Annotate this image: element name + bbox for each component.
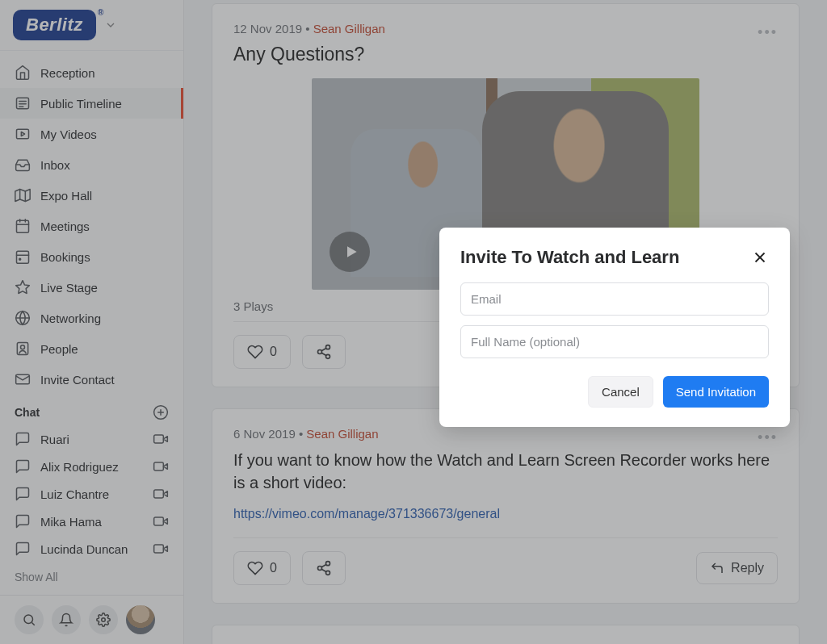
send-invitation-button[interactable]: Send Invitation bbox=[663, 376, 769, 408]
cancel-button[interactable]: Cancel bbox=[588, 376, 653, 408]
fullname-field[interactable] bbox=[460, 325, 769, 358]
invite-modal: Invite To Watch and Learn Cancel Send In… bbox=[439, 228, 790, 427]
modal-title: Invite To Watch and Learn bbox=[460, 247, 679, 268]
modal-overlay[interactable]: Invite To Watch and Learn Cancel Send In… bbox=[0, 0, 827, 644]
email-field[interactable] bbox=[460, 282, 769, 316]
close-button[interactable] bbox=[751, 249, 769, 266]
